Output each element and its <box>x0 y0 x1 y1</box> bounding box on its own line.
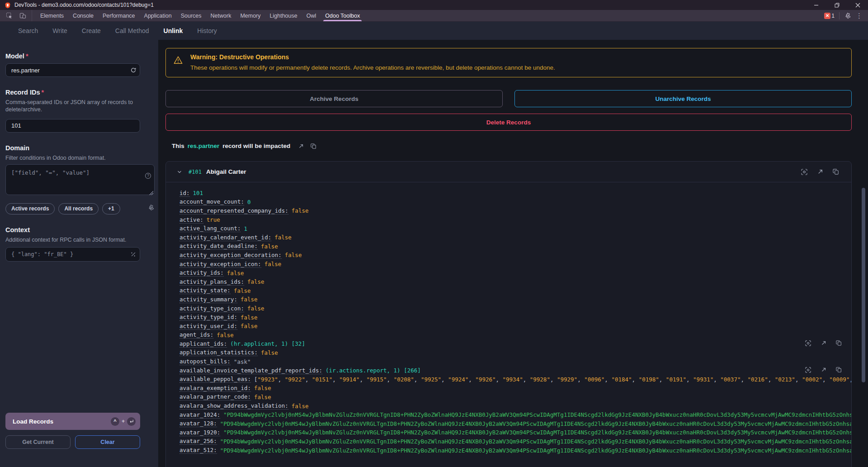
copy-icon[interactable] <box>311 143 317 149</box>
brave-browser-icon <box>5 2 11 9</box>
maximize-button[interactable] <box>826 0 847 10</box>
record-field-row: application_statistics:false <box>179 348 851 357</box>
record-field-row: activity_calendar_event_id:false <box>179 233 851 242</box>
record-field-row: activity_type_id:false <box>179 313 851 322</box>
record-field-row: activity_date_deadline:false <box>179 242 851 251</box>
field-key: activity_summary: <box>179 296 237 303</box>
record-header[interactable]: #101 Abigail Carter <box>166 162 851 182</box>
external-link-icon[interactable] <box>821 340 827 347</box>
error-indicator-icon[interactable]: ✕ <box>824 13 830 19</box>
impact-summary: This res.partner record will be impacted <box>165 143 852 149</box>
devtools-tab-network[interactable]: Network <box>206 10 236 21</box>
chevron-down-icon[interactable] <box>177 169 182 175</box>
record-ids-input[interactable] <box>5 119 140 133</box>
delete-records-button[interactable]: Delete Records <box>165 114 852 131</box>
field-row-actions <box>801 367 842 373</box>
nav-item-write[interactable]: Write <box>52 27 67 34</box>
error-count: 1 <box>831 13 835 19</box>
nav-item-call-method[interactable]: Call Method <box>115 27 149 34</box>
field-value: "PD94bWwgdmVyc2lvbj0nMS4wJyBlbmNvZGluZz0… <box>220 447 851 454</box>
field-key: avalara_exemption_id: <box>179 385 251 392</box>
archive-records-button[interactable]: Archive Records <box>165 90 503 107</box>
field-value: false <box>261 243 278 250</box>
nav-item-search[interactable]: Search <box>18 27 38 34</box>
field-value: false <box>241 296 258 303</box>
kebab-menu-icon[interactable]: ⋮ <box>856 12 863 19</box>
context-label: Context <box>5 226 140 234</box>
close-button[interactable] <box>847 0 868 10</box>
preset-pill-active-records[interactable]: Active records <box>5 203 55 214</box>
resize-handle[interactable] <box>149 191 153 195</box>
scrollbar-thumb[interactable] <box>862 188 865 382</box>
devtools-tab-performance[interactable]: Performance <box>98 10 140 21</box>
devtools-tab-memory[interactable]: Memory <box>236 10 265 21</box>
external-link-icon[interactable] <box>821 367 827 373</box>
field-value: false <box>264 261 282 267</box>
external-link-icon[interactable] <box>298 143 304 149</box>
field-key: avalara_partner_code: <box>179 393 251 400</box>
refresh-icon[interactable] <box>130 67 137 73</box>
field-key: available_peppol_eas: <box>179 376 251 383</box>
field-key: id: <box>179 190 190 197</box>
field-key: activity_type_icon: <box>179 305 244 312</box>
context-input[interactable] <box>5 247 140 262</box>
nav-item-unlink[interactable]: Unlink <box>164 27 183 34</box>
nav-item-history[interactable]: History <box>197 27 217 34</box>
record-field-row: activity_exception_icon:false <box>179 260 851 269</box>
record-field-row: avatar_128:"PD94bWwgdmVyc2lvbj0nMS4wJyBl… <box>179 419 851 428</box>
field-value: false <box>285 252 302 258</box>
field-row-actions <box>801 340 842 347</box>
unarchive-records-button[interactable]: Unarchive Records <box>514 90 852 107</box>
devtools-tab-sources[interactable]: Sources <box>176 10 206 21</box>
minimize-button[interactable] <box>806 0 826 10</box>
help-icon[interactable]: ? <box>145 172 151 179</box>
nav-item-create[interactable]: Create <box>82 27 101 34</box>
external-link-icon[interactable] <box>817 168 824 176</box>
preset-pill--1[interactable]: +1 <box>102 203 120 214</box>
get-current-button[interactable]: Get Current <box>5 435 71 449</box>
field-key: activity_state: <box>179 287 231 294</box>
record-id-badge: #101 <box>189 169 202 175</box>
devtools-tab-console[interactable]: Console <box>68 10 98 21</box>
devtools-tab-application[interactable]: Application <box>140 10 176 21</box>
field-key: avatar_1024: <box>179 411 220 419</box>
record-field-row: avalara_exemption_id:false <box>179 384 851 393</box>
field-key: applicant_ids: <box>179 340 227 348</box>
target-icon[interactable] <box>801 168 808 176</box>
domain-presets: Active recordsAll records+1 <box>5 203 155 214</box>
copy-icon[interactable] <box>836 367 842 373</box>
sidebar: Model* Record IDs* Comma-separated IDs o… <box>0 40 158 467</box>
target-icon[interactable] <box>805 367 811 373</box>
record-viewer: #101 Abigail Carter id:101ac <box>165 161 852 467</box>
devtools-tab-owl[interactable]: Owl <box>302 10 321 21</box>
preset-pill-all-records[interactable]: All records <box>58 203 99 214</box>
field-key: activity_plans_ids: <box>179 278 244 286</box>
target-icon[interactable] <box>805 340 811 347</box>
field-value: false <box>247 305 264 312</box>
format-json-icon[interactable] <box>130 251 137 257</box>
field-value: false <box>227 270 244 276</box>
devtools-tab-lighthouse[interactable]: Lighthouse <box>265 10 302 21</box>
field-key: activity_exception_icon: <box>179 261 261 268</box>
odoo-toolbox-panel: SearchWriteCreateCall MethodUnlinkHistor… <box>0 22 868 467</box>
record-ids-label: Record IDs* <box>5 89 140 96</box>
clear-button[interactable]: Clear <box>75 435 140 449</box>
field-value: false <box>254 385 271 391</box>
load-records-button[interactable]: Load Records ^ + <box>5 413 140 430</box>
domain-input[interactable] <box>5 164 155 195</box>
devtools-tab-odoo-toolbox[interactable]: Odoo Toolbox <box>321 10 364 21</box>
devtools-tab-elements[interactable]: Elements <box>36 10 68 21</box>
copy-icon[interactable] <box>833 168 840 176</box>
inspect-element-icon[interactable] <box>4 11 14 20</box>
field-key: account_represented_company_ids: <box>179 207 288 214</box>
field-key: activity_calendar_event_id: <box>179 234 271 241</box>
record-field-row: activity_type_icon:false <box>179 304 851 313</box>
gear-icon[interactable] <box>844 12 851 19</box>
field-key: active_lang_count: <box>179 225 241 232</box>
copy-icon[interactable] <box>836 340 842 347</box>
load-records-label: Load Records <box>13 418 111 425</box>
model-input[interactable] <box>5 63 140 77</box>
field-key: avatar_128: <box>179 420 217 427</box>
gear-icon[interactable] <box>147 204 155 211</box>
device-toolbar-icon[interactable] <box>17 11 28 20</box>
